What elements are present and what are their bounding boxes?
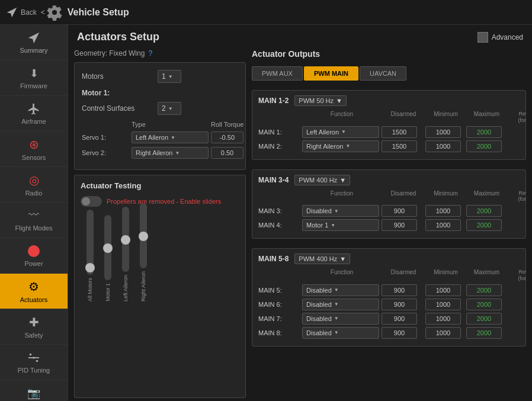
output-row-main5: MAIN 5: Disabled ▼ [258, 284, 520, 296]
servo2-type-value: Right Aileron [136, 149, 172, 156]
main1-function-dropdown[interactable]: Left Aileron ▼ [302, 126, 379, 138]
main6-disarmed-input[interactable] [382, 299, 417, 310]
sidebar-item-actuators[interactable]: ⚙ Actuators [0, 274, 68, 309]
tab-pwm-aux[interactable]: PWM AUX [252, 66, 303, 81]
servo2-type-dropdown[interactable]: Right Aileron ▼ [132, 147, 209, 159]
content-body: Geometry: Fixed Wing ? Motors 1 ▼ Motor … [68, 46, 532, 401]
main2-function-dropdown[interactable]: Right Aileron ▼ [302, 140, 379, 152]
main8-maximum-input[interactable] [466, 327, 502, 339]
main4-disarmed-input[interactable] [382, 219, 417, 231]
config-box: Motors 1 ▼ Motor 1: Control Surfaces 2 ▼ [74, 62, 246, 170]
cs-arrow: ▼ [168, 106, 173, 111]
main4-maximum-input[interactable] [466, 219, 502, 231]
main7-minimum-input[interactable] [425, 313, 461, 325]
main6-function-dropdown[interactable]: Disabled ▼ [302, 299, 379, 310]
enable-sliders-row: Propellers are removed - Enable sliders [81, 196, 239, 207]
sidebar-item-camera[interactable]: 📷 Camera [0, 380, 68, 401]
sidebar-label-safety: Safety [24, 332, 43, 339]
main4-minimum-input[interactable] [425, 219, 461, 231]
all-motors-track[interactable] [86, 210, 94, 275]
main3-minimum-input[interactable] [425, 205, 461, 217]
main8-function-value: Disabled [306, 329, 332, 336]
sidebar-item-summary[interactable]: Summary [0, 25, 68, 60]
main7-function-dropdown[interactable]: Disabled ▼ [302, 313, 379, 325]
sidebar-item-flight-modes[interactable]: 〰 Flight Modes [0, 203, 68, 238]
motor1-track[interactable] [104, 215, 111, 280]
freq-3-4-value: PWM 400 Hz [299, 177, 337, 184]
sidebar-item-airframe[interactable]: Airframe [0, 96, 68, 131]
main2-rev-cell [507, 142, 526, 150]
output-row-main1: MAIN 1: Left Aileron ▼ [258, 126, 520, 138]
freq-dropdown-5-8[interactable]: PWM 400 Hz ▼ [294, 254, 350, 264]
main3-maximum-input[interactable] [466, 205, 502, 217]
content-title: Actuators Setup [77, 31, 159, 43]
servo-row-1: Servo 1: Left Aileron ▼ [82, 131, 238, 143]
sidebar-label-airframe: Airframe [21, 118, 46, 125]
main5-disarmed-input[interactable] [382, 284, 417, 296]
main5-function-dropdown[interactable]: Disabled ▼ [302, 284, 379, 296]
main4-rev-cell [507, 221, 526, 229]
flight-modes-icon: 〰 [25, 208, 43, 222]
main2-maximum-input[interactable] [466, 140, 502, 152]
main1-minimum-input[interactable] [425, 126, 461, 138]
main8-disarmed-input[interactable] [382, 327, 417, 339]
enable-sliders-toggle[interactable] [81, 196, 102, 207]
section-main-5-8: MAIN 5-8 PWM 400 Hz ▼ Function Disarmed … [252, 248, 526, 347]
col-type: Type [132, 121, 209, 128]
main1-maximum-input[interactable] [466, 126, 502, 138]
help-icon[interactable]: ? [148, 49, 152, 57]
main5-maximum-input[interactable] [466, 284, 502, 296]
all-motors-thumb [85, 263, 95, 272]
advanced-toggle[interactable]: Advanced [477, 32, 523, 43]
main6-minimum-input[interactable] [425, 299, 461, 310]
sidebar-item-sensors[interactable]: ⊛ Sensors [0, 131, 68, 167]
main3-disarmed-input[interactable] [382, 205, 417, 217]
main2-disarmed-input[interactable] [382, 140, 417, 152]
tab-uavcan[interactable]: UAVCAN [360, 66, 406, 81]
advanced-checkbox[interactable] [477, 32, 488, 43]
main8-minimum-input[interactable] [425, 327, 461, 339]
freq-dropdown-1-2[interactable]: PWM 50 Hz ▼ [294, 95, 347, 106]
sidebar-item-power[interactable]: Power [0, 238, 68, 274]
sidebar-item-firmware[interactable]: ⬇ Firmware [0, 60, 68, 96]
main5-minimum-input[interactable] [425, 284, 461, 296]
main3-function-dropdown[interactable]: Disabled ▼ [302, 205, 379, 217]
freq-dropdown-3-4[interactable]: PWM 400 Hz ▼ [294, 175, 350, 185]
left-panel: Geometry: Fixed Wing ? Motors 1 ▼ Motor … [74, 49, 246, 398]
sidebar-item-safety[interactable]: ✚ Safety [0, 309, 68, 345]
radio-icon: ◎ [25, 173, 43, 187]
main8-function-dropdown[interactable]: Disabled ▼ [302, 327, 379, 339]
geometry-label: Geometry: Fixed Wing ? [74, 49, 246, 57]
sidebar-item-pid-tuning[interactable]: PID Tuning [0, 345, 68, 380]
main3-rev-cell [507, 207, 526, 215]
main1-disarmed-input[interactable] [382, 126, 417, 138]
servo2-roll-torque-input[interactable] [211, 147, 243, 159]
main-layout: Summary ⬇ Firmware Airframe ⊛ Sensors ◎ … [0, 25, 532, 401]
main6-maximum-input[interactable] [466, 299, 502, 310]
main7-rev-cell [507, 315, 526, 323]
testing-box: Actuator Testing Propellers are removed … [74, 175, 246, 398]
output-row-main3: MAIN 3: Disabled ▼ [258, 205, 520, 217]
main4-function-dropdown[interactable]: Motor 1 ▼ [302, 219, 379, 231]
main7-name: MAIN 7: [258, 315, 300, 322]
right-aileron-track[interactable] [140, 203, 147, 268]
content-area: Actuators Setup Advanced Geometry: Fixed… [68, 25, 532, 401]
main2-minimum-input[interactable] [425, 140, 461, 152]
slider-all-motors: All Motors [86, 210, 94, 301]
servo1-type-dropdown[interactable]: Left Aileron ▼ [132, 131, 209, 143]
left-aileron-track[interactable] [122, 207, 129, 272]
sidebar-label-radio: Radio [25, 190, 43, 197]
section-5-8-header: MAIN 5-8 PWM 400 Hz ▼ [258, 254, 520, 264]
motors-dropdown[interactable]: 1 ▼ [158, 70, 181, 83]
col-roll-torque: Roll Torque [211, 121, 258, 128]
servo1-roll-torque-input[interactable] [211, 131, 243, 143]
tab-pwm-main[interactable]: PWM MAIN [304, 66, 358, 81]
sidebar-item-radio[interactable]: ◎ Radio [0, 167, 68, 203]
back-button[interactable]: Back < [6, 7, 46, 18]
main7-maximum-input[interactable] [466, 313, 502, 325]
control-surfaces-dropdown[interactable]: 2 ▼ [158, 102, 181, 115]
right-aileron-thumb [139, 232, 148, 241]
control-surfaces-row: Control Surfaces 2 ▼ [82, 102, 238, 115]
motor1-slider-label: Motor 1 [105, 283, 111, 301]
main7-disarmed-input[interactable] [382, 313, 417, 325]
